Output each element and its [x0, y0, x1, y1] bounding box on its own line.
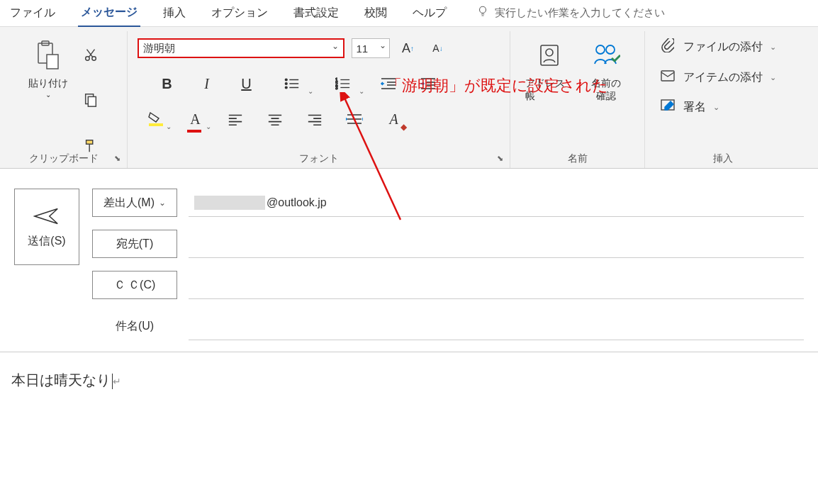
tellme-placeholder: 実行したい作業を入力してください — [495, 6, 665, 20]
svg-rect-3 — [47, 55, 58, 69]
attach-file-label: ファイルの添付 — [683, 40, 763, 55]
font-size-value: 11 — [357, 43, 369, 55]
grow-font-button[interactable]: A↑ — [397, 37, 420, 60]
font-name-value: 游明朝 — [143, 42, 175, 55]
align-left-button[interactable] — [224, 108, 247, 130]
font-name-select[interactable]: 游明朝 — [138, 38, 344, 58]
bold-button[interactable]: B — [156, 72, 179, 95]
clear-formatting-button[interactable]: A◆ — [383, 108, 405, 130]
font-color-button[interactable]: A — [184, 108, 207, 130]
bullet-list-button[interactable] — [275, 72, 309, 95]
group-clipboard-label: クリップボード — [0, 152, 127, 165]
svg-point-9 — [285, 83, 287, 85]
subject-label: 件名(U) — [92, 319, 177, 334]
compose-header: 送信(S) 差出人(M) @outlook.jp 宛先(T) Ｃ Ｃ(C) 件名… — [0, 169, 818, 340]
address-book-label: アドレス帳 — [525, 77, 573, 102]
cc-input[interactable] — [189, 271, 804, 299]
group-insert-label: 挿入 — [645, 152, 801, 165]
from-button[interactable]: 差出人(M) — [92, 189, 177, 217]
svg-text:3: 3 — [335, 85, 338, 90]
svg-point-0 — [480, 6, 486, 13]
from-value: @outlook.jp — [189, 189, 804, 217]
attach-file-button[interactable]: ファイルの添付 ⌄ — [659, 38, 776, 56]
align-center-button[interactable] — [264, 108, 286, 130]
svg-point-8 — [285, 79, 287, 81]
ribbon-tabs: ファイル メッセージ 挿入 オプション 書式設定 校閲 ヘルプ 実行したい作業を… — [0, 0, 818, 27]
svg-rect-14 — [149, 123, 163, 126]
chevron-down-icon: ⌄ — [770, 73, 776, 82]
group-font: 游明朝 11 A↑ A↓ B I U 123 — [128, 31, 510, 168]
italic-button[interactable]: I — [196, 72, 218, 95]
message-body[interactable]: 本日は晴天なり↵ — [0, 352, 818, 480]
svg-rect-19 — [661, 71, 674, 81]
group-insert: ファイルの添付 ⌄ アイテムの添付 ⌄ 署名 ⌄ 挿入 — [645, 31, 801, 168]
cut-button[interactable] — [81, 45, 101, 65]
group-clipboard: 貼り付け ⌄ クリップボード ⬊ — [0, 31, 128, 168]
paperclip-icon — [659, 38, 676, 56]
svg-point-16 — [546, 49, 553, 56]
tab-insert[interactable]: 挿入 — [160, 0, 189, 26]
signature-icon — [659, 99, 676, 116]
group-names-label: 名前 — [510, 152, 644, 165]
masked-email-prefix — [194, 196, 265, 210]
align-right-button[interactable] — [303, 108, 326, 130]
svg-point-17 — [596, 45, 605, 54]
clipboard-icon — [34, 38, 62, 72]
svg-point-10 — [285, 86, 287, 89]
tellme-search[interactable]: 実行したい作業を入力してください — [476, 5, 665, 21]
paragraph-mark-icon: ↵ — [113, 376, 121, 387]
attach-item-button[interactable]: アイテムの添付 ⌄ — [659, 70, 776, 85]
svg-rect-7 — [88, 97, 96, 107]
check-names-icon — [592, 38, 620, 72]
copy-button[interactable] — [81, 90, 101, 110]
outlook-item-icon — [659, 70, 676, 85]
decrease-indent-button[interactable] — [377, 72, 400, 95]
tab-format[interactable]: 書式設定 — [291, 0, 342, 26]
paste-label: 貼り付け — [28, 77, 68, 89]
signature-label: 署名 — [683, 100, 706, 115]
signature-button[interactable]: 署名 ⌄ — [659, 99, 719, 116]
svg-point-18 — [606, 45, 615, 54]
tab-options[interactable]: オプション — [208, 0, 271, 26]
justify-distributed-button[interactable] — [343, 108, 366, 130]
attach-item-label: アイテムの添付 — [683, 70, 763, 85]
underline-button[interactable]: U — [235, 72, 258, 95]
font-size-select[interactable]: 11 — [352, 38, 390, 58]
send-button[interactable]: 送信(S) — [14, 189, 79, 265]
tab-review[interactable]: 校閲 — [362, 0, 390, 26]
body-text: 本日は晴天なり — [11, 372, 111, 388]
address-book-button[interactable]: アドレス帳 — [525, 35, 573, 102]
group-names: アドレス帳 名前の 確認 名前 — [510, 31, 645, 168]
address-book-icon — [537, 38, 562, 72]
check-names-label: 名前の 確認 — [591, 77, 621, 102]
chevron-down-icon: ⌄ — [713, 103, 719, 112]
tab-file[interactable]: ファイル — [7, 0, 58, 26]
group-font-label: フォント — [128, 152, 510, 165]
cc-button[interactable]: Ｃ Ｃ(C) — [92, 271, 177, 299]
check-names-button[interactable]: 名前の 確認 — [582, 35, 630, 102]
clipboard-dialog-launcher[interactable]: ⬊ — [114, 154, 124, 164]
tab-help[interactable]: ヘルプ — [410, 0, 449, 26]
ribbon: 貼り付け ⌄ クリップボード ⬊ 游明朝 11 A↑ A — [0, 27, 818, 169]
subject-input[interactable] — [189, 312, 804, 340]
from-domain: @outlook.jp — [267, 196, 327, 209]
to-input[interactable] — [189, 230, 804, 258]
shrink-font-button[interactable]: A↓ — [427, 37, 449, 60]
lightbulb-icon — [476, 5, 489, 21]
font-dialog-launcher[interactable]: ⬊ — [497, 154, 507, 164]
increase-indent-button[interactable] — [417, 72, 439, 95]
paste-button[interactable]: 貼り付け ⌄ — [24, 35, 72, 165]
to-button[interactable]: 宛先(T) — [92, 230, 177, 258]
tab-message[interactable]: メッセージ — [78, 0, 140, 28]
send-label: 送信(S) — [28, 234, 65, 249]
numbered-list-button[interactable]: 123 — [326, 72, 360, 95]
highlight-color-button[interactable] — [145, 108, 167, 130]
chevron-down-icon: ⌄ — [770, 43, 776, 52]
chevron-down-icon: ⌄ — [45, 91, 51, 99]
